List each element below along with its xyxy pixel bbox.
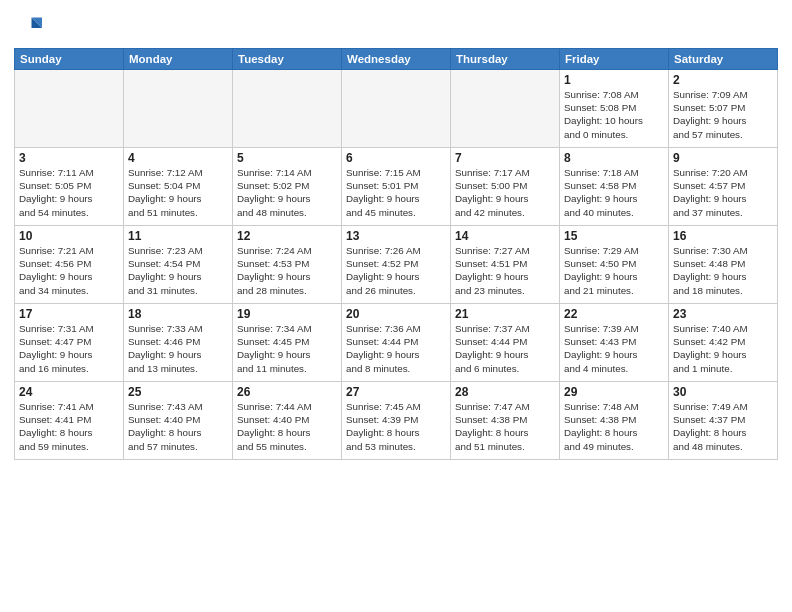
day-number: 24	[19, 385, 119, 399]
day-number: 13	[346, 229, 446, 243]
calendar-table: SundayMondayTuesdayWednesdayThursdayFrid…	[14, 48, 778, 460]
day-number: 21	[455, 307, 555, 321]
column-header-tuesday: Tuesday	[233, 49, 342, 70]
day-info: Sunrise: 7:18 AM Sunset: 4:58 PM Dayligh…	[564, 166, 664, 219]
day-info: Sunrise: 7:17 AM Sunset: 5:00 PM Dayligh…	[455, 166, 555, 219]
day-info: Sunrise: 7:40 AM Sunset: 4:42 PM Dayligh…	[673, 322, 773, 375]
day-number: 3	[19, 151, 119, 165]
day-number: 16	[673, 229, 773, 243]
day-info: Sunrise: 7:20 AM Sunset: 4:57 PM Dayligh…	[673, 166, 773, 219]
day-cell	[15, 70, 124, 148]
day-cell: 9Sunrise: 7:20 AM Sunset: 4:57 PM Daylig…	[669, 148, 778, 226]
day-cell	[124, 70, 233, 148]
day-number: 22	[564, 307, 664, 321]
day-info: Sunrise: 7:49 AM Sunset: 4:37 PM Dayligh…	[673, 400, 773, 453]
day-cell: 11Sunrise: 7:23 AM Sunset: 4:54 PM Dayli…	[124, 226, 233, 304]
day-cell: 13Sunrise: 7:26 AM Sunset: 4:52 PM Dayli…	[342, 226, 451, 304]
day-cell: 14Sunrise: 7:27 AM Sunset: 4:51 PM Dayli…	[451, 226, 560, 304]
day-cell: 12Sunrise: 7:24 AM Sunset: 4:53 PM Dayli…	[233, 226, 342, 304]
day-number: 2	[673, 73, 773, 87]
day-cell: 29Sunrise: 7:48 AM Sunset: 4:38 PM Dayli…	[560, 382, 669, 460]
day-info: Sunrise: 7:26 AM Sunset: 4:52 PM Dayligh…	[346, 244, 446, 297]
day-info: Sunrise: 7:47 AM Sunset: 4:38 PM Dayligh…	[455, 400, 555, 453]
day-info: Sunrise: 7:31 AM Sunset: 4:47 PM Dayligh…	[19, 322, 119, 375]
day-number: 6	[346, 151, 446, 165]
column-header-sunday: Sunday	[15, 49, 124, 70]
day-info: Sunrise: 7:39 AM Sunset: 4:43 PM Dayligh…	[564, 322, 664, 375]
day-info: Sunrise: 7:36 AM Sunset: 4:44 PM Dayligh…	[346, 322, 446, 375]
day-info: Sunrise: 7:27 AM Sunset: 4:51 PM Dayligh…	[455, 244, 555, 297]
day-number: 19	[237, 307, 337, 321]
day-number: 11	[128, 229, 228, 243]
day-cell: 1Sunrise: 7:08 AM Sunset: 5:08 PM Daylig…	[560, 70, 669, 148]
day-cell: 26Sunrise: 7:44 AM Sunset: 4:40 PM Dayli…	[233, 382, 342, 460]
day-cell: 25Sunrise: 7:43 AM Sunset: 4:40 PM Dayli…	[124, 382, 233, 460]
week-row-4: 17Sunrise: 7:31 AM Sunset: 4:47 PM Dayli…	[15, 304, 778, 382]
day-number: 12	[237, 229, 337, 243]
day-cell	[451, 70, 560, 148]
day-cell: 16Sunrise: 7:30 AM Sunset: 4:48 PM Dayli…	[669, 226, 778, 304]
day-info: Sunrise: 7:08 AM Sunset: 5:08 PM Dayligh…	[564, 88, 664, 141]
day-info: Sunrise: 7:09 AM Sunset: 5:07 PM Dayligh…	[673, 88, 773, 141]
day-number: 17	[19, 307, 119, 321]
day-number: 30	[673, 385, 773, 399]
day-number: 15	[564, 229, 664, 243]
week-row-2: 3Sunrise: 7:11 AM Sunset: 5:05 PM Daylig…	[15, 148, 778, 226]
column-header-saturday: Saturday	[669, 49, 778, 70]
column-header-wednesday: Wednesday	[342, 49, 451, 70]
header-row	[14, 10, 778, 42]
day-cell: 21Sunrise: 7:37 AM Sunset: 4:44 PM Dayli…	[451, 304, 560, 382]
day-number: 18	[128, 307, 228, 321]
day-info: Sunrise: 7:12 AM Sunset: 5:04 PM Dayligh…	[128, 166, 228, 219]
day-number: 9	[673, 151, 773, 165]
day-cell: 18Sunrise: 7:33 AM Sunset: 4:46 PM Dayli…	[124, 304, 233, 382]
logo-icon	[14, 14, 42, 42]
day-info: Sunrise: 7:44 AM Sunset: 4:40 PM Dayligh…	[237, 400, 337, 453]
day-info: Sunrise: 7:29 AM Sunset: 4:50 PM Dayligh…	[564, 244, 664, 297]
day-cell: 8Sunrise: 7:18 AM Sunset: 4:58 PM Daylig…	[560, 148, 669, 226]
day-info: Sunrise: 7:41 AM Sunset: 4:41 PM Dayligh…	[19, 400, 119, 453]
day-number: 8	[564, 151, 664, 165]
day-cell: 27Sunrise: 7:45 AM Sunset: 4:39 PM Dayli…	[342, 382, 451, 460]
day-cell: 7Sunrise: 7:17 AM Sunset: 5:00 PM Daylig…	[451, 148, 560, 226]
day-number: 10	[19, 229, 119, 243]
day-info: Sunrise: 7:23 AM Sunset: 4:54 PM Dayligh…	[128, 244, 228, 297]
day-info: Sunrise: 7:30 AM Sunset: 4:48 PM Dayligh…	[673, 244, 773, 297]
day-info: Sunrise: 7:43 AM Sunset: 4:40 PM Dayligh…	[128, 400, 228, 453]
day-number: 20	[346, 307, 446, 321]
day-info: Sunrise: 7:21 AM Sunset: 4:56 PM Dayligh…	[19, 244, 119, 297]
week-row-5: 24Sunrise: 7:41 AM Sunset: 4:41 PM Dayli…	[15, 382, 778, 460]
day-number: 7	[455, 151, 555, 165]
day-cell: 28Sunrise: 7:47 AM Sunset: 4:38 PM Dayli…	[451, 382, 560, 460]
day-cell: 6Sunrise: 7:15 AM Sunset: 5:01 PM Daylig…	[342, 148, 451, 226]
logo	[14, 14, 46, 42]
day-info: Sunrise: 7:15 AM Sunset: 5:01 PM Dayligh…	[346, 166, 446, 219]
day-info: Sunrise: 7:24 AM Sunset: 4:53 PM Dayligh…	[237, 244, 337, 297]
day-number: 26	[237, 385, 337, 399]
week-row-3: 10Sunrise: 7:21 AM Sunset: 4:56 PM Dayli…	[15, 226, 778, 304]
day-cell: 10Sunrise: 7:21 AM Sunset: 4:56 PM Dayli…	[15, 226, 124, 304]
day-info: Sunrise: 7:11 AM Sunset: 5:05 PM Dayligh…	[19, 166, 119, 219]
day-cell: 17Sunrise: 7:31 AM Sunset: 4:47 PM Dayli…	[15, 304, 124, 382]
day-info: Sunrise: 7:45 AM Sunset: 4:39 PM Dayligh…	[346, 400, 446, 453]
day-cell: 22Sunrise: 7:39 AM Sunset: 4:43 PM Dayli…	[560, 304, 669, 382]
week-row-1: 1Sunrise: 7:08 AM Sunset: 5:08 PM Daylig…	[15, 70, 778, 148]
day-cell: 4Sunrise: 7:12 AM Sunset: 5:04 PM Daylig…	[124, 148, 233, 226]
day-number: 29	[564, 385, 664, 399]
day-number: 25	[128, 385, 228, 399]
day-cell: 23Sunrise: 7:40 AM Sunset: 4:42 PM Dayli…	[669, 304, 778, 382]
day-cell: 5Sunrise: 7:14 AM Sunset: 5:02 PM Daylig…	[233, 148, 342, 226]
day-cell: 3Sunrise: 7:11 AM Sunset: 5:05 PM Daylig…	[15, 148, 124, 226]
day-info: Sunrise: 7:34 AM Sunset: 4:45 PM Dayligh…	[237, 322, 337, 375]
day-number: 4	[128, 151, 228, 165]
column-header-thursday: Thursday	[451, 49, 560, 70]
day-number: 1	[564, 73, 664, 87]
day-cell: 2Sunrise: 7:09 AM Sunset: 5:07 PM Daylig…	[669, 70, 778, 148]
day-cell: 15Sunrise: 7:29 AM Sunset: 4:50 PM Dayli…	[560, 226, 669, 304]
header-row-days: SundayMondayTuesdayWednesdayThursdayFrid…	[15, 49, 778, 70]
column-header-monday: Monday	[124, 49, 233, 70]
day-cell: 20Sunrise: 7:36 AM Sunset: 4:44 PM Dayli…	[342, 304, 451, 382]
day-cell	[342, 70, 451, 148]
calendar-header: SundayMondayTuesdayWednesdayThursdayFrid…	[15, 49, 778, 70]
day-cell: 30Sunrise: 7:49 AM Sunset: 4:37 PM Dayli…	[669, 382, 778, 460]
